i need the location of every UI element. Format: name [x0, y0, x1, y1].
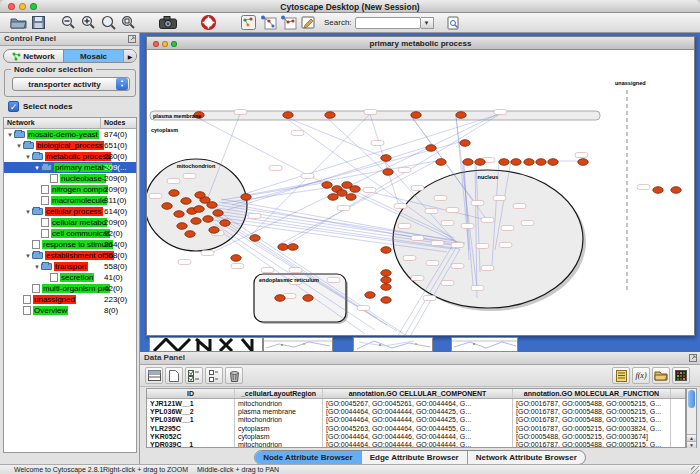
node-label-pill[interactable] — [327, 278, 340, 283]
graph-node[interactable] — [411, 112, 421, 119]
graph-node[interactable] — [278, 244, 288, 251]
zoom-selected-region-button[interactable] — [118, 14, 138, 32]
graph-node[interactable] — [209, 227, 219, 234]
network-window-titlebar[interactable]: primary metabolic process — [147, 37, 694, 50]
tree-expander-icon[interactable]: ▼ — [24, 154, 32, 160]
attribute-list-button[interactable] — [612, 367, 630, 384]
node-label-pill[interactable] — [231, 264, 244, 269]
tree-row-biological-process[interactable]: ▼biological_process651(0) — [4, 140, 136, 151]
search-input[interactable] — [355, 17, 421, 29]
node-label-pill[interactable] — [289, 268, 302, 273]
node-label-pill[interactable] — [201, 251, 214, 256]
tree-row-response-to-stimulu[interactable]: response to stimulu264(0) — [4, 239, 136, 250]
column-header[interactable]: _cellularLayoutRegion — [235, 389, 323, 398]
select-attributes-button[interactable] — [185, 367, 203, 384]
scrollbar-thumb[interactable] — [688, 390, 695, 408]
zoom-fit-button[interactable] — [98, 14, 118, 32]
graph-node[interactable] — [426, 145, 436, 152]
graph-node[interactable] — [381, 247, 391, 254]
graph-node[interactable] — [195, 192, 205, 199]
node-label-pill[interactable] — [371, 141, 384, 146]
node-label-pill[interactable] — [411, 276, 424, 281]
float-panel-icon[interactable] — [689, 354, 697, 362]
layout-button[interactable] — [238, 14, 258, 32]
save-session-button[interactable] — [28, 14, 48, 32]
graph-node[interactable] — [381, 277, 391, 284]
node-label-pill[interactable] — [363, 188, 376, 193]
node-color-dropdown[interactable]: transporter activity ▲▼ — [12, 77, 130, 91]
window-titlebar[interactable]: Cytoscape Desktop (New Session) — [0, 0, 700, 13]
node-label-pill[interactable] — [301, 174, 314, 179]
select-nodes-checkbox[interactable]: ✓ — [8, 101, 19, 112]
tree-row-primary-metabo[interactable]: ▼primary metabo209(... — [4, 162, 136, 173]
snapshot-camera-button[interactable] — [158, 14, 178, 32]
search-dropdown-button[interactable]: ▼ — [421, 17, 434, 29]
tree-row-metabolic-process[interactable]: ▼metabolic process280(0) — [4, 151, 136, 162]
graph-node[interactable] — [671, 187, 681, 194]
node-label-pill[interactable] — [521, 221, 534, 226]
scroll-down-button[interactable]: ▼ — [687, 441, 696, 448]
column-header[interactable]: ID — [147, 389, 235, 398]
attribute-matrix-button[interactable] — [672, 367, 690, 384]
scroll-up-button[interactable]: ▲ — [687, 434, 696, 441]
node-label-pill[interactable] — [471, 201, 484, 206]
node-label-pill[interactable] — [425, 209, 438, 214]
open-session-button[interactable] — [8, 14, 28, 32]
graph-node[interactable] — [194, 206, 204, 213]
graph-node[interactable] — [322, 182, 332, 189]
node-label-pill[interactable] — [398, 224, 411, 229]
node-label-pill[interactable] — [575, 153, 588, 158]
node-label-pill[interactable] — [291, 131, 304, 136]
graph-node[interactable] — [275, 295, 285, 302]
attribute-table-button[interactable] — [145, 367, 163, 384]
node-label-pill[interactable] — [513, 204, 526, 209]
node-label-pill[interactable] — [471, 286, 484, 291]
node-label-pill[interactable] — [501, 226, 514, 231]
graph-node[interactable] — [185, 231, 195, 238]
node-label-pill[interactable] — [411, 186, 424, 191]
zoom-in-button[interactable] — [78, 14, 98, 32]
node-label-pill[interactable] — [248, 214, 261, 219]
node-label-pill[interactable] — [261, 268, 274, 273]
import-attributes-button[interactable] — [652, 367, 670, 384]
tree-row-secretion[interactable]: secretion41(0) — [4, 272, 136, 283]
more-tabs-button[interactable]: ▶ — [123, 50, 136, 62]
node-label-pill[interactable] — [481, 266, 494, 271]
network-view-window[interactable]: primary metabolic process plasma membran… — [146, 36, 695, 336]
node-label-pill[interactable] — [183, 174, 196, 179]
node-label-pill[interactable] — [494, 110, 507, 115]
graph-node[interactable] — [456, 112, 466, 119]
table-row[interactable]: YDR039C__1mitochondrion[GO:0044464, GO:0… — [147, 440, 685, 448]
graph-node[interactable] — [177, 223, 187, 230]
graph-node[interactable] — [511, 159, 521, 166]
node-label-pill[interactable] — [451, 264, 464, 269]
tab-network-attribute-browser[interactable]: Network Attribute Browser — [468, 451, 585, 464]
node-label-pill[interactable] — [461, 224, 474, 229]
tree-row-multi-organism-pro[interactable]: multi-organism pro42(0) — [4, 283, 136, 294]
tree-row-unassigned[interactable]: unassigned223(0) — [4, 294, 136, 305]
node-label-pill[interactable] — [431, 241, 444, 246]
graph-node[interactable] — [350, 186, 360, 193]
graph-node[interactable] — [460, 140, 470, 147]
graph-node[interactable] — [203, 216, 213, 223]
graph-node[interactable] — [213, 210, 223, 217]
graph-node[interactable] — [383, 169, 393, 176]
background-window-fragment[interactable] — [451, 337, 518, 352]
annotations-button[interactable] — [298, 14, 318, 32]
graph-node[interactable] — [653, 187, 663, 194]
tree-column-nodes[interactable]: Nodes — [101, 118, 128, 128]
tree-row-establishment-of-lo[interactable]: ▼establishment of lo558(0) — [4, 250, 136, 261]
graph-node[interactable] — [536, 159, 546, 166]
graph-node[interactable] — [475, 159, 485, 166]
node-label-pill[interactable] — [451, 243, 464, 248]
graph-node[interactable] — [499, 159, 509, 166]
graph-node[interactable] — [463, 159, 473, 166]
background-window-fragment[interactable] — [263, 337, 333, 352]
tree-expander-icon[interactable]: ▼ — [6, 132, 14, 138]
resize-grip[interactable] — [691, 466, 699, 474]
tree-row-cellular-process[interactable]: ▼cellular process614(0) — [4, 206, 136, 217]
tree-row-nucleobase-[interactable]: nucleobase-209(0) — [4, 173, 136, 184]
node-label-pill[interactable] — [441, 221, 454, 226]
node-label-pill[interactable] — [403, 256, 416, 261]
graph-node[interactable] — [250, 235, 260, 242]
